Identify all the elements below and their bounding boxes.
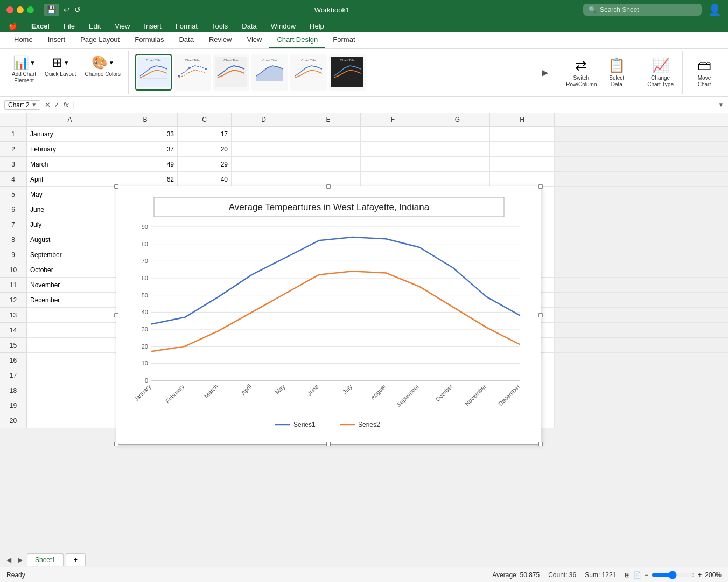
quick-access-save[interactable]: 💾 [44, 4, 59, 16]
change-chart-type-button[interactable]: 📈 ChangeChart Type [643, 55, 678, 90]
cell-A4[interactable]: April [27, 172, 113, 186]
cell-H3[interactable] [490, 157, 555, 171]
search-bar[interactable]: 🔍 Search Sheet [583, 4, 702, 16]
chart-style-1[interactable]: Chart Title [135, 54, 172, 91]
cell-B4[interactable]: 62 [113, 172, 178, 186]
cell-A5[interactable]: May [27, 187, 113, 202]
row-header-3[interactable]: 3 [0, 157, 26, 172]
cell-D3[interactable] [232, 157, 296, 171]
cell-F3[interactable] [361, 157, 425, 171]
chart-handle-2[interactable] [538, 184, 543, 189]
menu-window[interactable]: Window [269, 21, 298, 31]
menu-tools[interactable]: Tools [209, 21, 230, 31]
add-chart-element-button[interactable]: 📊 ▼ Add ChartElement [9, 53, 39, 86]
col-header-D[interactable]: D [232, 113, 296, 126]
cell-A9[interactable]: September [27, 247, 113, 262]
menu-apple[interactable]: 🍎 [6, 21, 19, 31]
row-header-8[interactable]: 8 [0, 232, 26, 247]
chart-style-3[interactable]: Chart Title [213, 54, 249, 91]
row-header-6[interactable]: 6 [0, 202, 26, 217]
formula-cancel-icon[interactable]: ✕ [45, 101, 51, 109]
row-header-10[interactable]: 10 [0, 262, 26, 278]
row-header-17[interactable]: 17 [0, 368, 26, 383]
cell-E1[interactable] [296, 127, 361, 141]
maximize-button[interactable] [27, 6, 34, 13]
tab-data[interactable]: Data [171, 32, 201, 48]
row-header-7[interactable]: 7 [0, 217, 26, 232]
cell-D1[interactable] [232, 127, 296, 141]
menu-data[interactable]: Data [240, 21, 258, 31]
chart-style-4[interactable]: Chart Title [251, 54, 288, 91]
row-header-4[interactable]: 4 [0, 172, 26, 187]
cell-B2[interactable]: 37 [113, 142, 178, 156]
cell-A17[interactable] [27, 368, 113, 383]
cell-C2[interactable]: 20 [178, 142, 232, 156]
tab-insert[interactable]: Insert [40, 32, 73, 48]
menu-view[interactable]: View [113, 21, 132, 31]
cell-G2[interactable] [425, 142, 490, 156]
row-header-1[interactable]: 1 [0, 127, 26, 142]
menu-edit[interactable]: Edit [87, 21, 103, 31]
cell-C4[interactable]: 40 [178, 172, 232, 186]
cell-A7[interactable]: July [27, 217, 113, 232]
add-sheet-button[interactable]: + [66, 553, 86, 566]
cell-ref-dropdown-icon[interactable]: ▼ [31, 102, 37, 108]
cell-D2[interactable] [232, 142, 296, 156]
chart-handle-6[interactable] [326, 442, 331, 446]
tab-page-layout[interactable]: Page Layout [73, 32, 127, 48]
col-header-G[interactable]: G [425, 113, 490, 126]
cell-C3[interactable]: 29 [178, 157, 232, 171]
formula-fx-icon[interactable]: fx [63, 101, 68, 109]
tab-format[interactable]: Format [325, 32, 362, 48]
cell-A6[interactable]: June [27, 202, 113, 217]
cell-E3[interactable] [296, 157, 361, 171]
sheet-next-button[interactable]: ▶ [16, 555, 25, 565]
cell-H1[interactable] [490, 127, 555, 141]
zoom-out-button[interactable]: − [645, 571, 648, 579]
chart-handle-4[interactable] [538, 313, 543, 317]
sheet-tab-sheet1[interactable]: Sheet1 [27, 553, 64, 566]
col-header-H[interactable]: H [490, 113, 555, 126]
formula-dropdown-icon[interactable]: ▼ [718, 102, 724, 108]
cell-A10[interactable]: October [27, 262, 113, 277]
cell-H4[interactable] [490, 172, 555, 186]
formula-input[interactable] [79, 101, 714, 109]
chart-style-6[interactable]: Chart Title [329, 54, 366, 91]
menu-insert[interactable]: Insert [142, 21, 164, 31]
row-header-18[interactable]: 18 [0, 383, 26, 398]
cell-A2[interactable]: February [27, 142, 113, 156]
row-header-20[interactable]: 20 [0, 413, 26, 428]
cell-A12[interactable]: December [27, 293, 113, 307]
row-header-12[interactable]: 12 [0, 293, 26, 308]
row-header-14[interactable]: 14 [0, 323, 26, 338]
cell-A8[interactable]: August [27, 232, 113, 247]
col-header-E[interactable]: E [296, 113, 361, 126]
cell-G1[interactable] [425, 127, 490, 141]
cell-H2[interactable] [490, 142, 555, 156]
formula-confirm-icon[interactable]: ✓ [54, 101, 60, 109]
cell-reference-box[interactable]: Chart 2 ▼ [4, 100, 40, 110]
tab-home[interactable]: Home [6, 32, 40, 48]
cell-B3[interactable]: 49 [113, 157, 178, 171]
row-header-13[interactable]: 13 [0, 308, 26, 323]
chart-overlay[interactable]: Average Tempeartures in West Lafayette, … [116, 186, 541, 445]
tab-chart-design[interactable]: Chart Design [269, 32, 325, 48]
chart-handle-7[interactable] [538, 442, 543, 446]
cell-A20[interactable] [27, 413, 113, 428]
cell-G4[interactable] [425, 172, 490, 186]
cell-G3[interactable] [425, 157, 490, 171]
chart-handle-1[interactable] [326, 184, 331, 189]
sheet-prev-button[interactable]: ◀ [4, 555, 13, 565]
col-header-C[interactable]: C [178, 113, 232, 126]
col-header-A[interactable]: A [27, 113, 113, 126]
change-colors-button[interactable]: 🎨 ▼ Change Colors [81, 53, 124, 80]
cell-A16[interactable] [27, 353, 113, 368]
cell-F2[interactable] [361, 142, 425, 156]
cell-A18[interactable] [27, 383, 113, 398]
close-button[interactable] [6, 6, 13, 13]
chart-style-5[interactable]: Chart Title [290, 54, 327, 91]
menu-file[interactable]: File [61, 21, 77, 31]
menu-excel[interactable]: Excel [29, 21, 52, 31]
cell-A1[interactable]: January [27, 127, 113, 141]
cell-A13[interactable] [27, 308, 113, 322]
